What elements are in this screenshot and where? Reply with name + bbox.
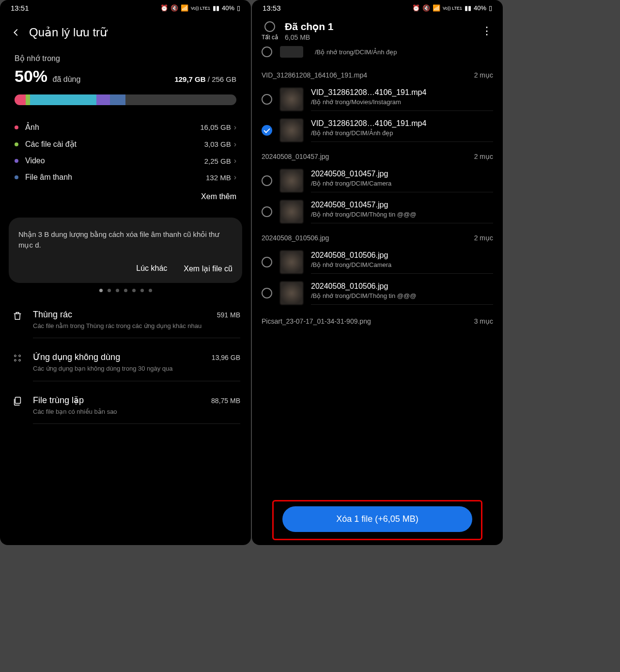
file-row[interactable]: 20240508_010457.jpg /Bộ nhớ trong/DCIM/C… [252,165,503,196]
pager-dot[interactable] [140,289,144,292]
pager-dot[interactable] [116,289,119,292]
select-all-label: Tất cả [262,34,278,41]
storage-segment [15,94,26,105]
file-group-header: 20240508_010506.jpg2 mục [252,227,503,247]
file-name: VID_312861208…4106_191.mp4 [311,119,493,128]
selection-title: Đã chọn 1 [285,21,475,32]
group-count: 2 mục [474,71,493,79]
file-thumbnail [280,250,303,274]
delete-highlight: Xóa 1 file (+6,05 MB) [272,500,482,540]
category-size: 3,03 GB [204,140,231,148]
file-row[interactable]: 20240508_010506.jpg /Bộ nhớ trong/DCIM/T… [252,278,503,309]
file-row[interactable]: VID_312861208…4106_191.mp4 /Bộ nhớ trong… [252,115,503,146]
file-row[interactable]: 20240508_010457.jpg /Bộ nhớ trong/DCIM/T… [252,196,503,227]
category-dot [15,125,18,129]
storage-segment [110,94,125,105]
tool-title: Thùng rác [33,310,72,320]
group-count: 2 mục [474,153,493,160]
usage-percent: 50% [15,67,47,85]
battery-percent: 40% [474,4,486,12]
delete-button[interactable]: Xóa 1 file (+6,05 MB) [282,506,472,532]
file-path: /Bộ nhớ trong/DCIM/Thông tin @@@ [311,211,493,218]
file-group-header: 20240508_010457.jpg2 mục [252,146,503,165]
group-name: Picsart_23-07-17_01-34-31-909.png [262,317,371,325]
file-name: 20240508_010457.jpg [311,201,493,209]
group-count: 2 mục [474,234,493,242]
category-row[interactable]: Ảnh 16,05 GB › [0,119,251,136]
tool-row[interactable]: Ứng dụng không dùng 13,96 GB Các ứng dụn… [0,345,251,388]
file-thumbnail [280,281,303,305]
wifi-icon: 📶 [433,4,440,12]
file-row-partial[interactable]: /Bộ nhớ trong/DCIM/Ảnh đẹp [252,46,503,64]
storage-segment [26,94,30,105]
file-checkbox[interactable] [262,47,272,57]
more-icon[interactable]: ⋮ [481,25,493,37]
storage-segment [30,94,96,105]
file-checkbox[interactable] [262,257,272,267]
category-name: Các file cài đặt [25,140,204,149]
file-row[interactable]: 20240508_010506.jpg /Bộ nhớ trong/DCIM/C… [252,247,503,278]
selection-size: 6,05 MB [285,33,475,41]
svg-point-1 [19,355,21,357]
pager-dot[interactable] [124,289,127,292]
suggestion-review-button[interactable]: Xem lại file cũ [184,264,232,273]
storage-segment [96,94,109,105]
status-right: ⏰ 🔇 📶 Vo)) LTE1 ▮▮ 40% ▯ [160,4,240,12]
pager-dots [0,289,251,292]
battery-icon: ▯ [489,4,492,12]
signal-icon: ▮▮ [465,4,471,12]
usage-numbers: 129,7 GB / 256 GB [174,75,236,83]
tool-row[interactable]: File trùng lặp 88,75 MB Các file bạn có … [0,388,251,431]
wifi-icon: 📶 [181,4,188,12]
suggestion-later-button[interactable]: Lúc khác [136,264,167,273]
suggestion-text: Nhận 3 B dung lượng bằng cách xóa file â… [18,229,232,250]
category-size: 16,05 GB [200,123,231,131]
tool-desc: Các file bạn có nhiều bản sao [33,407,240,416]
duplicate-files-screen: 13:53 ⏰ 🔇 📶 Vo)) LTE1 ▮▮ 40% ▯ Tất cả Đã… [252,0,503,545]
mute-icon: 🔇 [170,4,178,12]
grid-icon [11,353,24,363]
suggestion-card: Nhận 3 B dung lượng bằng cách xóa file â… [9,218,242,283]
file-name: 20240508_010457.jpg [311,170,493,178]
file-path: /Bộ nhớ trong/DCIM/Ảnh đẹp [315,48,397,56]
pager-dot[interactable] [132,289,136,292]
pager-dot[interactable] [149,289,152,292]
select-all-button[interactable]: Tất cả [262,21,278,41]
chevron-right-icon: › [234,123,236,132]
status-time: 13:53 [263,4,281,12]
file-row[interactable]: VID_312861208…4106_191.mp4 /Bộ nhớ trong… [252,84,503,115]
category-row[interactable]: File âm thanh 132 MB › [0,169,251,186]
file-path: /Bộ nhớ trong/DCIM/Ảnh đẹp [311,129,493,137]
file-checkbox[interactable] [262,125,272,136]
category-row[interactable]: Các file cài đặt 3,03 GB › [0,136,251,153]
pager-dot[interactable] [99,289,103,292]
back-icon[interactable] [11,27,21,38]
selection-header: Tất cả Đã chọn 1 6,05 MB ⋮ [252,14,503,46]
file-thumbnail [280,169,303,192]
status-right: ⏰ 🔇 📶 Vo)) LTE1 ▮▮ 40% ▯ [412,4,492,12]
category-size: 132 MB [206,173,231,182]
select-all-checkbox[interactable] [264,21,275,32]
see-more-button[interactable]: Xem thêm [0,186,251,212]
tool-size: 591 MB [217,311,240,319]
file-checkbox[interactable] [262,175,272,186]
file-checkbox[interactable] [262,94,272,105]
svg-rect-4 [15,397,20,403]
battery-percent: 40% [222,4,234,12]
file-checkbox[interactable] [262,288,272,298]
pager-dot[interactable] [108,289,111,292]
file-checkbox[interactable] [262,206,272,217]
category-row[interactable]: Video 2,25 GB › [0,153,251,169]
tool-desc: Các file nằm trong Thùng rác trong các ứ… [33,322,240,330]
category-name: Ảnh [25,123,200,132]
lte-label: Vo)) LTE1 [191,6,210,11]
chevron-right-icon: › [234,156,236,165]
file-path: /Bộ nhớ trong/DCIM/Camera [311,261,493,268]
file-thumbnail [280,88,303,111]
header: Quản lý lưu trữ [0,14,251,54]
svg-point-3 [19,359,21,361]
file-name: VID_312861208…4106_191.mp4 [311,88,493,97]
tool-row[interactable]: Thùng rác 591 MB Các file nằm trong Thùn… [0,303,251,345]
lte-label: Vo)) LTE1 [443,6,462,11]
category-name: File âm thanh [25,173,206,182]
